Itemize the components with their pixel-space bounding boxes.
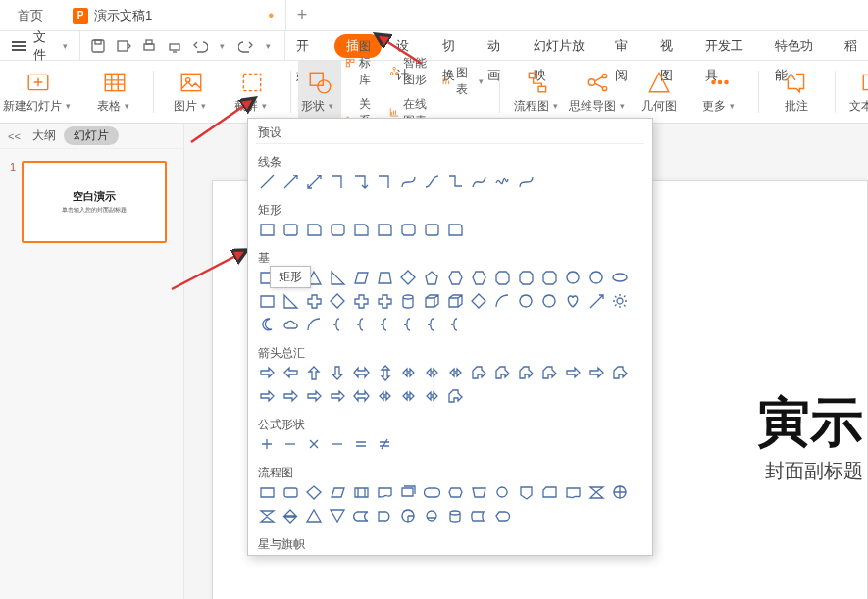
shape-option[interactable] (376, 316, 393, 333)
home-tab[interactable]: 首页 (0, 0, 61, 31)
print-preview-icon[interactable] (116, 38, 131, 54)
shape-option[interactable] (493, 269, 511, 286)
more-button[interactable]: 更多▾ (689, 61, 750, 124)
shape-option[interactable] (446, 173, 464, 190)
shape-button[interactable]: 形状▾ (298, 61, 341, 124)
shape-option[interactable] (423, 173, 440, 190)
shape-option[interactable] (446, 507, 464, 524)
screenshot-button[interactable]: 截屏▾ (222, 61, 282, 124)
shape-option[interactable] (446, 269, 464, 286)
save-icon[interactable] (90, 38, 106, 54)
shape-option[interactable] (517, 292, 535, 310)
shape-option[interactable] (376, 173, 393, 190)
flowchart-button[interactable]: 流程图▾ (507, 61, 568, 124)
shape-option[interactable] (611, 269, 629, 286)
shape-option[interactable] (305, 507, 323, 524)
shape-option[interactable] (423, 269, 440, 286)
shape-option[interactable] (611, 292, 629, 310)
shape-option[interactable] (352, 435, 370, 453)
shape-option[interactable] (517, 364, 535, 381)
comment-button[interactable]: 批注 (766, 61, 827, 124)
shape-option[interactable] (399, 364, 417, 381)
shape-option[interactable] (376, 387, 393, 405)
shape-option[interactable] (329, 483, 346, 501)
menu-review[interactable]: 审阅 (604, 31, 649, 61)
file-menu[interactable]: 文件 (33, 28, 57, 64)
shape-option[interactable] (329, 221, 346, 238)
shape-option[interactable] (446, 483, 464, 501)
shape-option[interactable] (329, 316, 346, 333)
shape-option[interactable] (470, 173, 487, 190)
shape-option[interactable] (329, 435, 346, 453)
shape-option[interactable] (258, 364, 276, 381)
print-icon[interactable] (141, 38, 157, 54)
menu-extra[interactable]: 稻 (834, 31, 868, 61)
slides-tab[interactable]: 幻灯片 (64, 126, 119, 145)
shape-option[interactable] (352, 483, 370, 501)
geometry-button[interactable]: 几何图 (629, 61, 689, 124)
shape-option[interactable] (352, 173, 370, 190)
iconlib-button[interactable]: 图标库 (341, 36, 385, 90)
shape-option[interactable] (493, 507, 511, 524)
shape-option[interactable] (352, 221, 370, 238)
shape-option[interactable] (493, 364, 511, 381)
shape-option[interactable] (493, 483, 511, 501)
new-tab-button[interactable]: + (286, 5, 318, 25)
shape-option[interactable] (281, 364, 299, 381)
shape-option[interactable] (376, 292, 393, 310)
slide-title[interactable]: 寅示 (757, 387, 863, 459)
shape-option[interactable] (399, 173, 417, 190)
shape-option[interactable] (305, 387, 323, 405)
shape-option[interactable] (493, 173, 511, 190)
shape-option[interactable] (446, 221, 464, 238)
shape-option[interactable] (587, 292, 605, 310)
shape-option[interactable] (281, 316, 299, 333)
shape-option[interactable] (352, 269, 370, 286)
shape-option[interactable] (423, 316, 440, 333)
shape-option[interactable] (305, 173, 323, 190)
shape-option[interactable] (540, 483, 558, 501)
shape-option[interactable] (258, 173, 276, 190)
shape-option[interactable] (305, 435, 323, 453)
shape-option[interactable] (329, 269, 346, 286)
shape-option[interactable] (446, 292, 464, 310)
shape-option[interactable] (517, 173, 535, 190)
shape-option[interactable] (423, 221, 440, 238)
shape-option[interactable] (611, 364, 629, 381)
shape-option[interactable] (352, 316, 370, 333)
shape-option[interactable] (281, 435, 299, 453)
shape-option[interactable] (587, 364, 605, 381)
shape-option[interactable] (587, 483, 605, 501)
redo-icon[interactable] (238, 38, 254, 54)
shape-option[interactable] (352, 507, 370, 524)
document-tab[interactable]: P 演示文稿1 • (61, 0, 286, 31)
shape-option[interactable] (281, 507, 299, 524)
shape-option[interactable] (423, 292, 440, 310)
menu-transition[interactable]: 切换 (432, 31, 477, 61)
shape-option[interactable] (564, 269, 582, 286)
collapse-panel-button[interactable]: << (8, 130, 21, 142)
shape-option[interactable] (470, 483, 487, 501)
shape-option[interactable] (376, 435, 393, 453)
shape-option[interactable] (329, 292, 346, 310)
shape-option[interactable] (564, 483, 582, 501)
shape-option[interactable] (399, 221, 417, 238)
menu-view[interactable]: 视图 (649, 31, 694, 61)
shape-option[interactable] (446, 364, 464, 381)
textbox-button[interactable]: 文本框▾ (842, 61, 868, 124)
shape-option[interactable] (305, 316, 323, 333)
shape-option[interactable] (540, 364, 558, 381)
shape-option[interactable] (493, 292, 511, 310)
shape-option[interactable] (329, 387, 346, 405)
shape-option[interactable] (376, 221, 393, 238)
shape-option[interactable] (517, 269, 535, 286)
menu-start[interactable]: 开始 (285, 31, 331, 61)
image-button[interactable]: 图片▾ (161, 61, 222, 124)
shape-option[interactable] (281, 173, 299, 190)
new-slide-button[interactable]: 新建幻灯片▾ (8, 61, 69, 124)
shape-option[interactable] (305, 292, 323, 310)
shape-option[interactable] (329, 364, 346, 381)
shape-option[interactable] (281, 387, 299, 405)
shape-option[interactable] (423, 507, 440, 524)
shape-option[interactable] (399, 387, 417, 405)
